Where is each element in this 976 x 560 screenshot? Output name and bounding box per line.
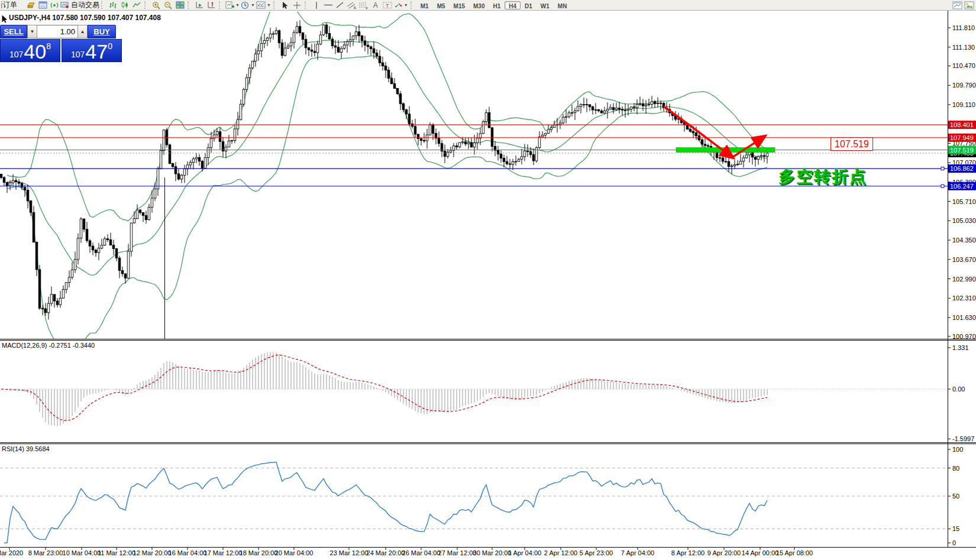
svg-text:9 Apr 20:00: 9 Apr 20:00 [707,549,741,556]
auto-scroll-icon[interactable] [194,1,205,10]
svg-text:0: 0 [952,539,956,546]
horizontal-line-icon[interactable] [323,1,334,10]
dropdown-caret-icon: ▼ [251,3,255,7]
toolbar-grip [219,1,222,9]
buy-button[interactable]: BUY [88,25,116,38]
fibonacci-icon[interactable]: F [358,1,369,10]
svg-text:26 Mar 04:00: 26 Mar 04:00 [402,549,441,556]
price-annotation-box[interactable]: 107.519 [830,137,873,151]
buy-price-display[interactable]: 107470 [62,39,122,62]
data-window-icon[interactable] [37,1,48,10]
sell-price-display[interactable]: 107408 [0,39,60,62]
svg-text:-1.5997: -1.5997 [952,435,974,442]
periods-button[interactable]: ▼ [241,1,255,10]
macd-layer [0,352,948,426]
text-label-icon[interactable]: T [382,1,393,10]
bar-chart-icon[interactable] [108,1,118,10]
autotrading-label: 自动交易 [71,0,99,10]
timeframe-h1[interactable]: H1 [489,1,505,9]
chart-canvas[interactable]: 111.810111.130110.470109.790109.110107.7… [0,0,976,560]
tile-windows-icon[interactable] [174,1,185,10]
timeframe-d1[interactable]: D1 [521,1,537,9]
svg-text:104.350: 104.350 [952,237,976,244]
timeframe-h4[interactable]: H4 [505,1,521,9]
template-button[interactable]: ▼ [256,1,271,10]
line-chart-icon[interactable] [131,1,142,10]
svg-text:111.130: 111.130 [952,44,975,51]
svg-text:107.949: 107.949 [950,134,974,141]
volume-input[interactable] [37,25,77,38]
rsi-indicator-label: RSI(14) 39.5684 [2,445,50,452]
timeframe-m30[interactable]: M30 [469,1,489,9]
timeframe-m15[interactable]: M15 [450,1,469,9]
svg-text:30 Mar 20:00: 30 Mar 20:00 [473,549,512,556]
rsi-layer [0,462,948,543]
svg-text:111.810: 111.810 [952,24,975,31]
timeframe-w1[interactable]: W1 [537,1,554,9]
svg-text:14 Apr 00:00: 14 Apr 00:00 [742,549,778,556]
svg-text:11 Mar 12:00: 11 Mar 12:00 [98,549,135,556]
text-icon[interactable]: A [370,1,381,10]
dropdown-caret-icon: ▼ [267,3,271,7]
svg-text:106.862: 106.862 [950,165,974,172]
equidistant-channel-icon[interactable]: E [347,1,357,10]
svg-text:8 Apr 12:00: 8 Apr 12:00 [671,549,704,556]
arrows-button[interactable]: ▼ [394,1,408,10]
zoom-in-icon[interactable] [151,1,161,10]
svg-text:16 Mar 04:00: 16 Mar 04:00 [169,549,207,556]
vertical-line-icon[interactable] [311,1,322,10]
svg-text:27 Mar 12:00: 27 Mar 12:00 [438,549,477,556]
turning-point-annotation[interactable]: 多空转折点 [778,166,867,188]
mouse-cursor-icon [1,15,8,24]
svg-text:E: E [354,6,356,9]
trendline-icon[interactable] [335,1,345,10]
pane-borders [0,11,976,548]
toolbar-grip [305,1,308,9]
chart-window-icon[interactable] [952,1,962,10]
add-indicator-button[interactable]: ▼ [225,1,240,10]
svg-text:8 Mar 23:00: 8 Mar 23:00 [28,549,63,556]
svg-text:102.310: 102.310 [952,294,976,302]
svg-text:1 Apr 04:00: 1 Apr 04:00 [508,549,541,556]
svg-text:15 Apr 08:00: 15 Apr 08:00 [776,549,813,556]
autotrading-icon [60,1,69,9]
chart-title: USDJPY-,H4 107.580 107.590 107.407 107.4… [9,14,161,22]
timeframe-mn[interactable]: MN [554,1,571,9]
volume-increase-button[interactable]: ▲ [77,25,88,38]
svg-text:103.670: 103.670 [952,256,976,263]
svg-text:101.630: 101.630 [952,314,976,321]
sell-button[interactable]: SELL [0,25,27,38]
toolbar-grip [101,1,105,9]
toolbar-grip [144,1,148,9]
svg-text:12 Mar 20:00: 12 Mar 20:00 [133,549,172,556]
autotrading-button[interactable]: 自动交易 [60,0,99,10]
svg-text:100.970: 100.970 [952,333,976,340]
svg-text:108.401: 108.401 [950,121,974,128]
volume-decrease-button[interactable]: ▼ [27,25,37,38]
sell-price-big: 40 [24,44,46,60]
gallery-icon[interactable] [964,1,974,10]
svg-text:109.110: 109.110 [952,101,975,108]
svg-text:0.00: 0.00 [952,386,965,393]
svg-text:Mar 2020: Mar 2020 [0,549,23,556]
svg-text:20 Mar 04:00: 20 Mar 04:00 [275,549,314,556]
svg-text:80: 80 [952,465,959,472]
timeframe-m5[interactable]: M5 [433,1,450,9]
deposit-icon[interactable] [25,1,36,10]
zoom-out-icon[interactable] [163,1,173,10]
candlestick-icon[interactable] [119,1,130,10]
svg-text:109.790: 109.790 [952,82,976,89]
svg-text:105.710: 105.710 [952,198,976,205]
buy-price-prefix: 107 [71,50,85,59]
svg-text:24 Mar 20:00: 24 Mar 20:00 [367,549,405,556]
timeframe-m1[interactable]: M1 [416,1,433,9]
svg-text:105.030: 105.030 [952,217,976,224]
new-order-button[interactable]: 新订单 [1,0,25,10]
buy-price-big: 47 [85,44,108,60]
cursor-icon[interactable] [280,1,290,10]
crosshair-icon[interactable] [292,1,302,10]
chart-shift-icon[interactable] [206,1,216,10]
sell-price-prefix: 107 [9,50,23,59]
svg-text:102.990: 102.990 [952,276,976,283]
signal-icon[interactable] [49,1,60,10]
